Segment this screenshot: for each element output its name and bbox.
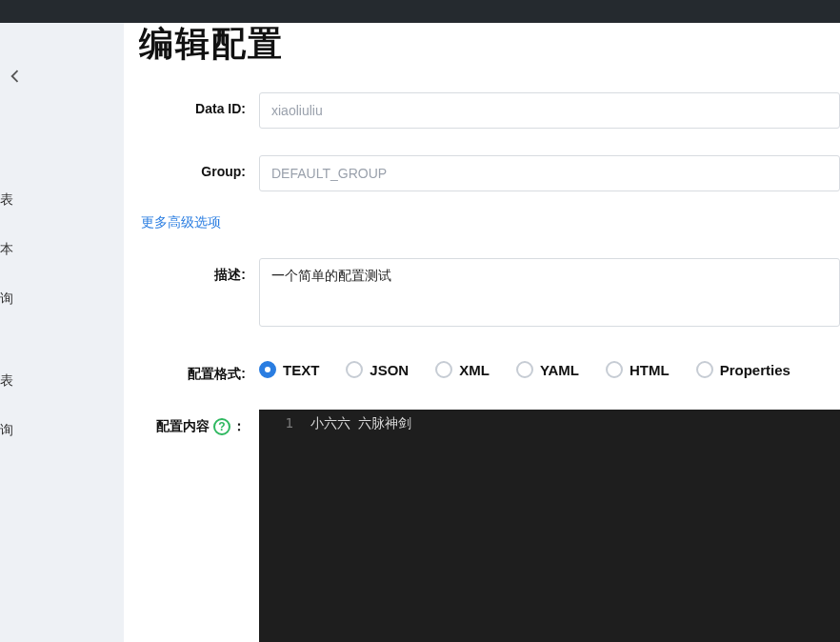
config-form: Data ID: Group: 更多高级选项 描述: 一个简单的配置测试 <box>139 92 840 642</box>
sidebar-item[interactable]: 询 <box>0 406 124 455</box>
sidebar-items: 表 本 询 表 询 <box>0 143 124 455</box>
radio-dot-icon <box>606 361 623 378</box>
radio-label: HTML <box>630 362 670 378</box>
chevron-left-icon <box>6 67 25 86</box>
group-input[interactable] <box>259 155 840 191</box>
radio-dot-icon <box>435 361 452 378</box>
radio-label: TEXT <box>283 362 319 378</box>
sidebar: 表 本 询 表 询 <box>0 23 124 642</box>
main-content: 编辑配置 Data ID: Group: 更多高级选项 描述: <box>124 23 840 642</box>
content-label: 配置内容 ? ： <box>139 410 251 435</box>
radio-label: XML <box>459 362 490 378</box>
format-radio-html[interactable]: HTML <box>606 361 670 378</box>
content-label-text: 配置内容 <box>156 418 210 435</box>
format-label: 配置格式: <box>139 357 251 383</box>
sidebar-item[interactable]: 询 <box>0 274 124 324</box>
description-label: 描述: <box>139 258 251 284</box>
page-title: 编辑配置 <box>139 21 840 68</box>
sidebar-item[interactable]: 本 <box>0 225 124 274</box>
radio-label: YAML <box>540 362 579 378</box>
sidebar-item[interactable] <box>0 143 124 175</box>
format-radio-group: TEXT JSON XML YAML <box>259 357 840 378</box>
radio-dot-icon <box>516 361 533 378</box>
sidebar-item[interactable]: 表 <box>0 356 124 406</box>
sidebar-collapse-button[interactable] <box>6 67 25 90</box>
help-icon[interactable]: ? <box>213 418 230 435</box>
format-radio-text[interactable]: TEXT <box>259 361 319 378</box>
radio-label: JSON <box>370 362 409 378</box>
format-radio-properties[interactable]: Properties <box>696 361 790 378</box>
sidebar-item[interactable]: 表 <box>0 175 124 225</box>
colon: ： <box>232 418 246 435</box>
data-id-input[interactable] <box>259 92 840 129</box>
radio-dot-icon <box>696 361 713 378</box>
editor-line-number: 1 <box>259 410 301 432</box>
data-id-label: Data ID: <box>139 92 251 116</box>
editor-text: 小六六 六脉神剑 <box>310 413 411 432</box>
radio-dot-icon <box>259 361 276 378</box>
sidebar-item[interactable] <box>0 324 124 356</box>
format-radio-json[interactable]: JSON <box>346 361 409 378</box>
description-textarea[interactable]: 一个简单的配置测试 <box>259 258 840 327</box>
radio-label: Properties <box>720 362 790 378</box>
format-radio-yaml[interactable]: YAML <box>516 361 579 378</box>
advanced-options-link[interactable]: 更多高级选项 <box>141 214 221 231</box>
group-label: Group: <box>139 155 251 179</box>
content-editor[interactable]: 1 小六六 六脉神剑 <box>259 410 840 642</box>
top-bar <box>0 0 840 23</box>
format-radio-xml[interactable]: XML <box>435 361 490 378</box>
radio-dot-icon <box>346 361 363 378</box>
